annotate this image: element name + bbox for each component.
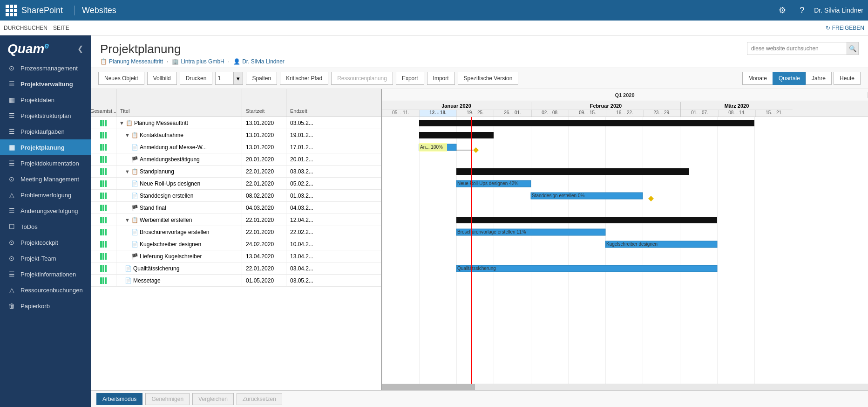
- gear-icon[interactable]: ⚙: [775, 3, 790, 18]
- version-input[interactable]: [215, 72, 234, 85]
- gantt-chart: Q1 2020 Januar 2020 05. - 11. 12. - 18. …: [382, 89, 868, 390]
- gantt-table-header: Gesamtst... Titel Startzeit Endzeit: [91, 89, 381, 117]
- view-quartale[interactable]: Quartale: [773, 72, 806, 85]
- vergleichen-button[interactable]: Vergleichen: [192, 393, 234, 405]
- spezifische-version-button[interactable]: Spezifische Version: [458, 72, 519, 85]
- vollbild-button[interactable]: Vollbild: [147, 72, 177, 85]
- view-monate[interactable]: Monate: [742, 72, 773, 85]
- sidebar-item-projektinformationen[interactable]: ☰ Projektinformationen: [0, 266, 91, 282]
- diamond-standfinal: [648, 196, 654, 201]
- drucken-button[interactable]: Drucken: [180, 72, 213, 85]
- arbeitsmodus-button[interactable]: Arbeitsmodus: [96, 393, 142, 405]
- sidebar-item-projektcockpit[interactable]: ⊙ Projektcockpit: [0, 235, 91, 250]
- end-cell: 05.02.2...: [286, 178, 331, 189]
- table-row[interactable]: ▼📋Werbemittel erstellen 22.01.2020 12.04…: [91, 214, 381, 226]
- end-cell: 04.03.2...: [286, 202, 331, 214]
- bar-label-qualitaet: Qualitätssicherung: [457, 266, 496, 271]
- sidebar-item-papierkorb[interactable]: 🗑 Papierkorb: [0, 298, 91, 314]
- gantt-scrollbar[interactable]: [382, 384, 868, 390]
- bottom-bar: Arbeitsmodus Genehmigen Vergleichen Zurü…: [91, 390, 868, 407]
- neues-objekt-button[interactable]: Neues Objekt: [98, 72, 144, 85]
- help-icon[interactable]: ?: [794, 3, 809, 18]
- projektcockpit-icon: ⊙: [7, 239, 16, 246]
- version-select-wrap: ▾: [215, 72, 243, 85]
- user-name: Dr. Silvia Lindner: [814, 7, 863, 14]
- projektdokumentation-icon: ☰: [7, 159, 16, 167]
- ribbon-durchsuchen[interactable]: DURCHSUCHEN: [4, 25, 47, 31]
- sidebar-label-prozessmanagement: Prozessmanagement: [20, 65, 78, 72]
- sidebar-item-prozessmanagement[interactable]: ⊙ Prozessmanagement: [0, 60, 91, 76]
- breadcrumb-lintra[interactable]: 🏢 Lintra plus GmbH: [172, 58, 224, 65]
- row-type-icon: 📄: [131, 229, 138, 235]
- zuruecksetzen-button[interactable]: Zurücksetzen: [237, 393, 282, 405]
- spalten-button[interactable]: Spalten: [246, 72, 277, 85]
- table-row[interactable]: 📄Kugelschreiber designen 24.02.2020 10.0…: [91, 238, 381, 250]
- sidebar-item-projektdokumentation[interactable]: ☰ Projektdokumentation: [0, 155, 91, 171]
- start-cell: 08.02.2020: [242, 190, 286, 201]
- sidebar-item-projektdaten[interactable]: ▦ Projektdaten: [0, 92, 91, 108]
- sidebar-collapse-icon[interactable]: ❮: [77, 44, 83, 53]
- status-cell: [91, 214, 116, 226]
- table-row[interactable]: 🏴Lieferung Kugelschreiber 13.04.2020 13.…: [91, 250, 381, 262]
- waffle-icon[interactable]: [5, 4, 18, 17]
- table-row[interactable]: ▼📋Planung Messeauftritt 13.01.2020 03.05…: [91, 117, 381, 129]
- freigeben-button[interactable]: ↻ FREIGEBEN: [826, 25, 864, 31]
- sidebar: Quame ❮ ⊙ Prozessmanagement ☰ Projektver…: [0, 35, 91, 407]
- version-dropdown-arrow[interactable]: ▾: [234, 72, 243, 85]
- sidebar-item-problemverfolgung[interactable]: △ Problemverfolgung: [0, 187, 91, 203]
- status-cell: [91, 117, 116, 129]
- table-row[interactable]: 📄Qualitätssicherung 22.01.2020 03.04.2..…: [91, 262, 381, 275]
- ribbon-seite[interactable]: SEITE: [53, 25, 69, 31]
- start-cell: 01.05.2020: [242, 275, 286, 286]
- start-cell: 04.03.2020: [242, 202, 286, 214]
- table-row[interactable]: ▼📋Kontaktaufnahme 13.01.2020 19.01.2...: [91, 129, 381, 141]
- search-button[interactable]: 🔍: [847, 42, 858, 55]
- sidebar-label-projektdaten: Projektdaten: [20, 97, 54, 103]
- table-row[interactable]: 📄Anmeldung auf Messe-W... 13.01.2020 17.…: [91, 141, 381, 153]
- week-col: 23. - 29.: [643, 110, 680, 117]
- status-cell: [91, 202, 116, 214]
- sidebar-item-projektplanung[interactable]: ▦ Projektplanung: [0, 139, 91, 155]
- sidebar-item-ressourcenbuchungen[interactable]: △ Ressourcenbuchungen: [0, 282, 91, 298]
- sidebar-item-meeting-management[interactable]: ⊙ Meeting Management: [0, 171, 91, 187]
- title-cell: 📄Qualitätssicherung: [116, 262, 242, 274]
- table-row[interactable]: 🏴Anmeldungsbestätigung 20.01.2020 20.01.…: [91, 153, 381, 166]
- end-cell: 10.04.2...: [286, 238, 331, 250]
- gantt-scrollbar-thumb[interactable]: [382, 384, 475, 390]
- gantt-svg: An... 100% Neue Roll-Ups designe: [382, 117, 868, 384]
- bar-standplanung: [456, 168, 689, 175]
- sidebar-label-aenderungsverfolgung: Änderungsverfolgung: [20, 207, 78, 214]
- sidebar-item-todos[interactable]: ☐ ToDos: [0, 219, 91, 235]
- view-jahre[interactable]: Jahre: [806, 72, 832, 85]
- sidebar-label-projektcockpit: Projektcockpit: [20, 239, 58, 246]
- view-heute[interactable]: Heute: [834, 72, 861, 85]
- export-button[interactable]: Export: [396, 72, 424, 85]
- end-cell: 03.03.2...: [286, 166, 331, 177]
- genehmigen-button[interactable]: Genehmigen: [145, 393, 190, 405]
- import-button[interactable]: Import: [427, 72, 455, 85]
- sidebar-item-projektverwaltung[interactable]: ☰ Projektverwaltung: [0, 76, 91, 92]
- title-cell: ▼📋Planung Messeauftritt: [116, 117, 242, 129]
- kritischer-pfad-button[interactable]: Kritischer Pfad: [280, 72, 328, 85]
- sidebar-item-projekt-team[interactable]: ⊙ Projekt-Team: [0, 250, 91, 266]
- row-expand-icon: ▼: [125, 217, 130, 223]
- sidebar-item-aenderungsverfolgung[interactable]: ☰ Änderungsverfolgung: [0, 203, 91, 219]
- table-row[interactable]: 📄Standdesign erstellen 08.02.2020 01.03.…: [91, 190, 381, 202]
- table-row[interactable]: ▼📋Standplanung 22.01.2020 03.03.2...: [91, 166, 381, 178]
- title-cell: 📄Standdesign erstellen: [116, 190, 242, 201]
- table-row[interactable]: 🏴Stand final 04.03.2020 04.03.2...: [91, 202, 381, 214]
- status-cell: [91, 141, 116, 153]
- row-expand-icon: ▼: [125, 132, 130, 138]
- breadcrumb-planung[interactable]: 📋 Planung Messeauftritt: [100, 58, 163, 65]
- sidebar-label-projektstrukturplan: Projektstrukturplan: [20, 112, 71, 119]
- table-row[interactable]: 📄Broschürenvorlage erstellen 22.01.2020 …: [91, 226, 381, 238]
- ressourcenplanung-button[interactable]: Ressourcenplanung: [331, 72, 393, 85]
- table-row[interactable]: 📄Neue Roll-Ups designen 22.01.2020 05.02…: [91, 178, 381, 190]
- sidebar-item-projektstrukturplan[interactable]: ☰ Projektstrukturplan: [0, 108, 91, 124]
- sidebar-item-projektaufgaben[interactable]: ☰ Projektaufgaben: [0, 124, 91, 139]
- table-row[interactable]: 📄Messetage 01.05.2020 03.05.2...: [91, 275, 381, 287]
- title-cell: 📄Neue Roll-Ups designen: [116, 178, 242, 189]
- search-input[interactable]: [747, 45, 847, 52]
- breadcrumb-user[interactable]: 👤 Dr. Silvia Lindner: [233, 58, 285, 65]
- end-cell: 01.03.2...: [286, 190, 331, 201]
